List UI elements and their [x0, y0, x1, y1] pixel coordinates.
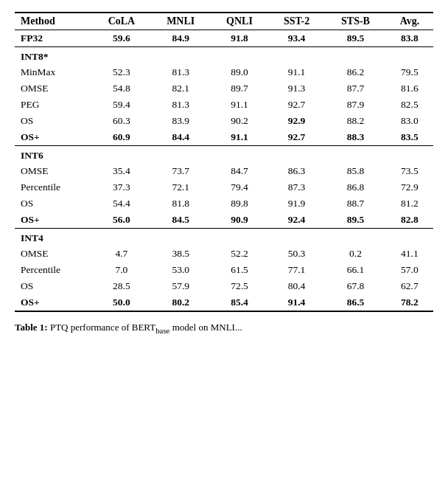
cell-cola: 35.4 — [92, 163, 150, 179]
cell-stsb: 88.2 — [325, 113, 386, 129]
cell-avg: 79.5 — [386, 64, 433, 80]
cell-avg: 82.8 — [386, 212, 433, 229]
cell-sst2: 92.7 — [268, 129, 325, 146]
cell-qnli: 79.4 — [211, 179, 268, 195]
cell-qnli: 91.8 — [211, 30, 268, 47]
cell-stsb: 86.2 — [325, 64, 386, 80]
cell-qnli: 91.1 — [211, 97, 268, 113]
col-header-sst2: SST-2 — [268, 13, 325, 30]
cell-mnli: 57.9 — [150, 278, 210, 294]
cell-sst2: 91.1 — [268, 64, 325, 80]
cell-cola: 54.8 — [92, 80, 150, 97]
cell-stsb: 87.9 — [325, 97, 386, 113]
cell-mnli: 72.1 — [150, 179, 210, 195]
cell-sst2: 91.4 — [268, 294, 325, 311]
cell-stsb: 67.8 — [325, 278, 386, 294]
cell-avg: 82.5 — [386, 97, 433, 113]
table-caption: Table 1: PTQ performance of BERTbase mod… — [15, 321, 433, 336]
cell-stsb: 88.7 — [325, 195, 386, 212]
cell-qnli: 89.7 — [211, 80, 268, 97]
cell-stsb: 0.2 — [325, 246, 386, 262]
cell-cola: 7.0 — [92, 262, 150, 278]
cell-qnli: 72.5 — [211, 278, 268, 294]
cell-stsb: 89.5 — [325, 30, 386, 47]
cell-method: Percentile — [15, 262, 92, 278]
cell-cola: 52.3 — [92, 64, 150, 80]
cell-sst2: 86.3 — [268, 163, 325, 179]
cell-cola: 60.3 — [92, 113, 150, 129]
cell-cola: 50.0 — [92, 294, 150, 311]
cell-mnli: 81.3 — [150, 64, 210, 80]
col-header-avg: Avg. — [386, 13, 433, 30]
cell-mnli: 38.5 — [150, 246, 210, 262]
table-row: OS+56.084.590.992.489.582.8 — [15, 212, 433, 229]
cell-stsb: 86.5 — [325, 294, 386, 311]
cell-mnli: 81.8 — [150, 195, 210, 212]
table-row: OS+60.984.491.192.788.383.5 — [15, 129, 433, 146]
cell-avg: 81.6 — [386, 80, 433, 97]
table-row: Percentile37.372.179.487.386.872.9 — [15, 179, 433, 195]
cell-method: PEG — [15, 97, 92, 113]
results-table: Method CoLA MNLI QNLI SST-2 STS-B Avg. F… — [15, 12, 433, 312]
table-row: OS+50.080.285.491.486.578.2 — [15, 294, 433, 311]
cell-mnli: 53.0 — [150, 262, 210, 278]
table-row: OS60.383.990.292.988.283.0 — [15, 113, 433, 129]
table-row: OMSE4.738.552.250.30.241.1 — [15, 246, 433, 262]
cell-mnli: 84.4 — [150, 129, 210, 146]
caption-label: Table 1: — [15, 322, 48, 333]
cell-sst2: 92.4 — [268, 212, 325, 229]
cell-sst2: 87.3 — [268, 179, 325, 195]
col-header-method: Method — [15, 13, 92, 30]
cell-cola: 56.0 — [92, 212, 150, 229]
cell-qnli: 52.2 — [211, 246, 268, 262]
cell-method: OS — [15, 113, 92, 129]
cell-avg: 72.9 — [386, 179, 433, 195]
section-header-int4: INT4 — [15, 229, 433, 246]
cell-method: OS — [15, 278, 92, 294]
cell-cola: 37.3 — [92, 179, 150, 195]
table-row: FP3259.684.991.893.489.583.8 — [15, 30, 433, 47]
cell-method: OMSE — [15, 163, 92, 179]
table-row: Percentile7.053.061.577.166.157.0 — [15, 262, 433, 278]
cell-sst2: 91.3 — [268, 80, 325, 97]
cell-qnli: 89.8 — [211, 195, 268, 212]
cell-avg: 73.5 — [386, 163, 433, 179]
cell-cola: 59.6 — [92, 30, 150, 47]
table-row: OS28.557.972.580.467.862.7 — [15, 278, 433, 294]
cell-method: OS — [15, 195, 92, 212]
cell-sst2: 93.4 — [268, 30, 325, 47]
cell-qnli: 84.7 — [211, 163, 268, 179]
table-row: OMSE54.882.189.791.387.781.6 — [15, 80, 433, 97]
cell-qnli: 90.2 — [211, 113, 268, 129]
cell-mnli: 82.1 — [150, 80, 210, 97]
cell-mnli: 80.2 — [150, 294, 210, 311]
cell-sst2: 77.1 — [268, 262, 325, 278]
cell-qnli: 90.9 — [211, 212, 268, 229]
table-row: MinMax52.381.389.091.186.279.5 — [15, 64, 433, 80]
cell-qnli: 91.1 — [211, 129, 268, 146]
cell-method: OS+ — [15, 294, 92, 311]
cell-qnli: 61.5 — [211, 262, 268, 278]
cell-stsb: 85.8 — [325, 163, 386, 179]
cell-cola: 4.7 — [92, 246, 150, 262]
col-header-mnli: MNLI — [150, 13, 210, 30]
cell-avg: 81.2 — [386, 195, 433, 212]
cell-qnli: 89.0 — [211, 64, 268, 80]
cell-qnli: 85.4 — [211, 294, 268, 311]
cell-method: OS+ — [15, 129, 92, 146]
cell-mnli: 84.5 — [150, 212, 210, 229]
cell-mnli: 84.9 — [150, 30, 210, 47]
cell-avg: 83.8 — [386, 30, 433, 47]
cell-sst2: 91.9 — [268, 195, 325, 212]
cell-avg: 62.7 — [386, 278, 433, 294]
cell-stsb: 87.7 — [325, 80, 386, 97]
cell-method: OMSE — [15, 80, 92, 97]
caption-text: PTQ performance of BERTbase model on MNL… — [50, 322, 242, 333]
cell-sst2: 80.4 — [268, 278, 325, 294]
cell-sst2: 92.9 — [268, 113, 325, 129]
cell-avg: 57.0 — [386, 262, 433, 278]
cell-avg: 78.2 — [386, 294, 433, 311]
cell-method: Percentile — [15, 179, 92, 195]
cell-avg: 83.5 — [386, 129, 433, 146]
cell-stsb: 66.1 — [325, 262, 386, 278]
